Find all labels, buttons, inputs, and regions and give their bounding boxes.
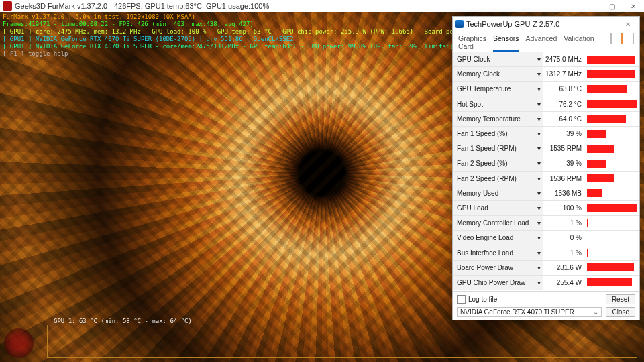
sensor-value: 63.8 °C [543, 82, 584, 96]
tab-advanced[interactable]: Advanced [526, 33, 557, 52]
sensor-menu-icon[interactable]: ▾ [535, 141, 543, 156]
sensor-menu-icon[interactable]: ▾ [535, 67, 543, 81]
sensor-value: 1535 RPM [543, 141, 584, 156]
gpuz-minimize-button[interactable]: — [602, 21, 619, 28]
sensor-row: Memory Used▾1536 MB [453, 186, 639, 200]
sensor-label: Hot Spot [453, 97, 535, 111]
sensor-row: Fan 1 Speed (RPM)▾1535 RPM [453, 141, 639, 156]
sensor-bar [587, 249, 637, 257]
gpuz-close-button[interactable]: ✕ [619, 21, 637, 28]
sensor-menu-icon[interactable]: ▾ [535, 97, 543, 111]
sensor-menu-icon[interactable]: ▾ [535, 201, 543, 215]
sensor-bar [587, 56, 637, 64]
close-button-footer[interactable]: Close [606, 307, 635, 317]
log-to-file-checkbox[interactable] [457, 295, 466, 304]
sensor-label: Memory Controller Load [453, 216, 535, 230]
sensor-label: Bus Interface Load [453, 245, 535, 259]
gpuz-window[interactable]: TechPowerUp GPU-Z 2.57.0 — ✕ Graphics Ca… [452, 16, 640, 320]
sensor-menu-icon[interactable]: ▾ [535, 186, 543, 200]
sensor-menu-icon[interactable]: ▾ [535, 261, 543, 275]
sensor-menu-icon[interactable]: ▾ [535, 276, 543, 290]
sensor-bar [587, 278, 637, 286]
sensor-row: GPU Temperature▾63.8 °C [453, 81, 639, 96]
sensor-menu-icon[interactable]: ▾ [535, 172, 543, 186]
screenshot-icon[interactable] [610, 33, 612, 44]
furmark-watermark-icon [4, 328, 34, 358]
sensor-label: Memory Used [453, 186, 535, 200]
gpuz-footer: Log to file Reset NVIDIA GeForce RTX 407… [453, 291, 639, 320]
sensor-label: Fan 1 Speed (%) [453, 127, 535, 141]
sensor-bar [587, 263, 637, 272]
sensor-value: 281.6 W [543, 261, 584, 275]
sensor-value: 2475.0 MHz [543, 52, 584, 66]
sensor-value: 39 % [543, 127, 584, 141]
sensor-bar [587, 189, 637, 197]
sensor-menu-icon[interactable]: ▾ [535, 216, 543, 230]
sensor-value: 100 % [543, 201, 584, 215]
sensor-bar [587, 160, 637, 168]
gpuz-tabs: Graphics Card Sensors Advanced Validatio… [453, 32, 639, 52]
graph-label: GPU 1: 63 °C (min: 58 °C - max: 64 °C) [54, 318, 192, 324]
tab-validation[interactable]: Validation [564, 33, 594, 52]
sensor-row: Board Power Draw▾281.6 W [453, 260, 639, 275]
sensor-value: 0 % [543, 231, 584, 245]
close-button[interactable]: ✕ [623, 0, 644, 12]
window-title: Geeks3D FurMark v1.37.2.0 - 426FPS, GPU1… [15, 2, 580, 10]
sensor-label: Memory Clock [453, 67, 535, 81]
reset-button[interactable]: Reset [606, 294, 635, 304]
sensor-menu-icon[interactable]: ▾ [535, 112, 543, 126]
minimize-button[interactable]: — [580, 0, 601, 12]
sensor-value: 64.0 °C [543, 112, 584, 126]
sensor-bar [587, 70, 637, 78]
log-to-file-label: Log to file [468, 296, 497, 303]
sensor-bar [587, 234, 637, 242]
temperature-graph [47, 325, 637, 358]
sensor-value: 76.2 °C [543, 97, 584, 111]
sensor-value: 1312.7 MHz [543, 67, 584, 81]
sensor-bar [587, 204, 637, 212]
sensor-value: 255.4 W [543, 276, 584, 290]
sensor-row: Memory Clock▾1312.7 MHz [453, 66, 639, 81]
sensor-menu-icon[interactable]: ▾ [535, 52, 543, 66]
sensor-label: GPU Load [453, 201, 535, 215]
sensor-row: Hot Spot▾76.2 °C [453, 97, 639, 111]
sensor-label: GPU Temperature [453, 82, 535, 96]
sensor-row: GPU Clock▾2475.0 MHz [453, 52, 639, 66]
sensor-rows: GPU Clock▾2475.0 MHzMemory Clock▾1312.7 … [453, 52, 639, 291]
sensor-label: Board Power Draw [453, 261, 535, 275]
settings-icon[interactable] [621, 33, 623, 44]
sensor-label: Fan 2 Speed (RPM) [453, 172, 535, 186]
device-select-value: NVIDIA GeForce RTX 4070 Ti SUPER [460, 308, 574, 316]
sensor-label: Fan 2 Speed (%) [453, 156, 535, 170]
sensor-row: Memory Temperature▾64.0 °C [453, 111, 639, 126]
sensor-value: 1 % [543, 245, 584, 259]
tab-sensors[interactable]: Sensors [493, 33, 519, 52]
sensor-label: GPU Chip Power Draw [453, 276, 535, 290]
sensor-bar [587, 145, 637, 153]
menu-icon[interactable] [633, 33, 634, 44]
sensor-bar [587, 130, 637, 138]
sensor-label: GPU Clock [453, 52, 535, 66]
sensor-value: 1536 RPM [543, 172, 584, 186]
sensor-row: Video Engine Load▾0 % [453, 230, 639, 245]
sensor-value: 1536 MB [543, 186, 584, 200]
sensor-bar [587, 174, 637, 182]
gpuz-title-text: TechPowerUp GPU-Z 2.57.0 [466, 20, 602, 28]
sensor-bar [587, 219, 637, 227]
maximize-button[interactable]: ▢ [601, 0, 623, 12]
sensor-label: Fan 1 Speed (RPM) [453, 141, 535, 156]
sensor-menu-icon[interactable]: ▾ [535, 231, 543, 245]
gpuz-titlebar[interactable]: TechPowerUp GPU-Z 2.57.0 — ✕ [453, 17, 639, 32]
device-select[interactable]: NVIDIA GeForce RTX 4070 Ti SUPER [457, 307, 602, 317]
tab-graphics-card[interactable]: Graphics Card [458, 33, 486, 52]
sensor-row: Fan 2 Speed (RPM)▾1536 RPM [453, 171, 639, 186]
sensor-row: GPU Load▾100 % [453, 200, 639, 215]
sensor-row: GPU Chip Power Draw▾255.4 W [453, 275, 639, 290]
sensor-menu-icon[interactable]: ▾ [535, 82, 543, 96]
sensor-value: 1 % [543, 216, 584, 230]
main-titlebar: Geeks3D FurMark v1.37.2.0 - 426FPS, GPU1… [0, 0, 644, 12]
sensor-label: Video Engine Load [453, 231, 535, 245]
sensor-menu-icon[interactable]: ▾ [535, 156, 543, 170]
sensor-menu-icon[interactable]: ▾ [535, 127, 543, 141]
sensor-menu-icon[interactable]: ▾ [535, 245, 543, 259]
